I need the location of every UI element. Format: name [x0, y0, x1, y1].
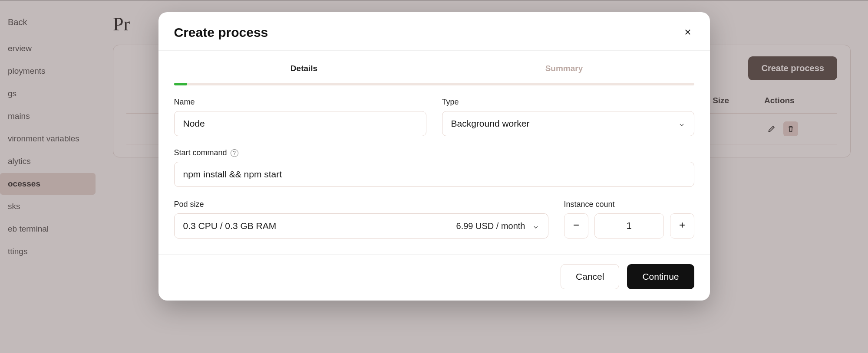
modal-header: Create process: [158, 12, 710, 51]
cancel-button[interactable]: Cancel: [561, 264, 619, 289]
start-command-label: Start command ?: [174, 148, 694, 157]
increment-button[interactable]: [670, 213, 694, 239]
wizard-progress: [174, 83, 694, 85]
modal-footer: Cancel Continue: [158, 254, 710, 301]
pod-size-spec: 0.3 CPU / 0.3 GB RAM: [183, 221, 277, 231]
start-command-label-text: Start command: [174, 148, 227, 157]
type-selected-value: Background worker: [451, 118, 530, 129]
pod-size-price: 6.99 USD / month: [456, 221, 525, 231]
name-input[interactable]: [174, 111, 426, 136]
instance-count-label: Instance count: [564, 200, 694, 209]
minus-icon: [572, 221, 581, 231]
close-button[interactable]: [681, 26, 694, 39]
tab-details[interactable]: Details: [174, 60, 434, 79]
chevron-down-icon: [532, 222, 539, 229]
decrement-button[interactable]: [564, 213, 588, 239]
instance-counter: [564, 213, 694, 239]
wizard-progress-fill: [174, 83, 187, 85]
type-group: Type Background worker: [442, 98, 694, 136]
instance-count-group: Instance count: [564, 200, 694, 239]
modal-body: Details Summary Name Type Background wor…: [158, 51, 710, 254]
pod-size-select[interactable]: 0.3 CPU / 0.3 GB RAM 6.99 USD / month: [174, 213, 548, 239]
continue-button[interactable]: Continue: [627, 264, 694, 289]
help-icon[interactable]: ?: [231, 149, 238, 157]
modal-title: Create process: [174, 25, 268, 40]
wizard-tabs: Details Summary: [174, 60, 694, 79]
chevron-down-icon: [678, 120, 685, 127]
pod-size-group: Pod size 0.3 CPU / 0.3 GB RAM 6.99 USD /…: [174, 200, 548, 239]
type-select[interactable]: Background worker: [442, 111, 694, 136]
name-label: Name: [174, 98, 426, 107]
close-icon: [684, 28, 692, 37]
instance-count-input[interactable]: [594, 213, 664, 239]
name-group: Name: [174, 98, 426, 136]
tab-summary[interactable]: Summary: [434, 60, 694, 79]
start-command-group: Start command ?: [174, 148, 694, 187]
start-command-input[interactable]: [174, 162, 694, 187]
plus-icon: [678, 221, 686, 231]
create-process-modal: Create process Details Summary Name Type: [158, 12, 710, 301]
type-label: Type: [442, 98, 694, 107]
pod-size-label: Pod size: [174, 200, 548, 209]
